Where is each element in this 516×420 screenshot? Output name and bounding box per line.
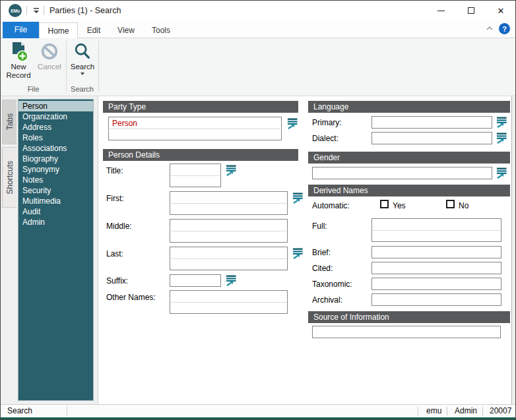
section-header-gender: Gender (308, 152, 510, 164)
taxonomic-input[interactable] (371, 278, 501, 290)
title-lookup-icon[interactable] (226, 165, 237, 176)
status-divider (447, 407, 447, 415)
module-tab-list: Person Organization Address Roles Associ… (18, 99, 94, 401)
window-title: Parties (1) - Search (49, 1, 121, 20)
sidebar-item-roles[interactable]: Roles (18, 133, 93, 143)
status-divider (418, 407, 418, 415)
cited-label: Cited: (312, 264, 333, 273)
new-record-label: New Record (2, 63, 35, 80)
status-divider (67, 407, 67, 415)
gender-input[interactable] (312, 167, 492, 179)
primary-input[interactable] (371, 116, 492, 129)
cancel-button[interactable]: Cancel (35, 40, 64, 85)
last-lookup-icon[interactable] (292, 248, 304, 259)
full-label: Full: (312, 222, 327, 231)
other-names-label: Other Names: (106, 293, 156, 302)
tab-home[interactable]: Home (39, 22, 78, 39)
tab-tools[interactable]: Tools (143, 22, 179, 38)
sidebar-item-admin[interactable]: Admin (18, 217, 93, 227)
party-type-value: Person (112, 118, 137, 129)
quick-access-dropdown-icon[interactable] (32, 7, 41, 15)
vertical-tab-tabs-label: Tabs (5, 113, 15, 130)
ribbon-tab-bar: File Home Edit View Tools ? (1, 20, 515, 38)
first-label: First: (106, 194, 124, 203)
titlebar-divider (44, 6, 44, 15)
status-divider (482, 407, 483, 415)
cited-input[interactable] (371, 262, 501, 274)
taxonomic-label: Taxonomic: (312, 280, 352, 289)
sidebar-item-biography[interactable]: Biography (18, 154, 93, 164)
source-input[interactable] (312, 326, 501, 338)
sidebar-item-organization[interactable]: Organization (18, 111, 93, 122)
minimize-button[interactable] (426, 1, 456, 20)
automatic-no-checkbox[interactable] (446, 200, 455, 208)
sidebar-item-multimedia[interactable]: Multimedia (18, 196, 93, 206)
dialect-input[interactable] (371, 132, 492, 144)
party-type-input[interactable]: Person (108, 117, 282, 140)
emu-logo-icon: EMu (9, 4, 22, 17)
group-divider (98, 41, 99, 92)
status-bar: Search emu Admin 20007 (1, 404, 515, 417)
first-lookup-icon[interactable] (292, 193, 304, 204)
suffix-lookup-icon[interactable] (226, 275, 237, 286)
title-input[interactable] (170, 164, 221, 187)
brief-label: Brief: (312, 248, 331, 257)
archival-input[interactable] (371, 293, 501, 306)
party-type-lookup-icon[interactable] (287, 118, 298, 129)
title-bar: EMu Parties (1) - Search ✕ (1, 1, 515, 20)
suffix-label: Suffix: (106, 276, 128, 285)
primary-lookup-icon[interactable] (496, 117, 507, 128)
dialect-lookup-icon[interactable] (496, 133, 507, 144)
sidebar-item-person[interactable]: Person (18, 101, 93, 111)
title-label: Title: (106, 166, 123, 175)
full-input[interactable] (371, 218, 501, 242)
tab-edit[interactable]: Edit (78, 22, 110, 38)
bottom-accent-strip (1, 417, 515, 420)
automatic-yes-label: Yes (393, 201, 406, 210)
status-user: emu (426, 405, 441, 417)
vertical-tab-tabs[interactable]: Tabs (2, 100, 16, 144)
status-port: 20007 (490, 405, 511, 417)
middle-label: Middle: (106, 222, 132, 231)
sidebar-item-associations[interactable]: Associations (18, 143, 93, 154)
vertical-tab-shortcuts-label: Shortcuts (5, 161, 15, 195)
suffix-input[interactable] (170, 274, 221, 287)
sidebar-item-synonymy[interactable]: Synonymy (18, 164, 93, 175)
search-icon (73, 40, 92, 63)
cancel-icon (40, 40, 59, 63)
group-divider (66, 41, 67, 92)
automatic-yes-checkbox[interactable] (380, 200, 389, 208)
first-input[interactable] (170, 191, 288, 215)
cancel-label: Cancel (35, 63, 64, 71)
main-area: Tabs Shortcuts Person Organization Addre… (1, 96, 515, 404)
middle-input[interactable] (170, 219, 288, 243)
sidebar-item-address[interactable]: Address (18, 122, 93, 133)
primary-label: Primary: (312, 118, 342, 127)
vertical-tab-shortcuts[interactable]: Shortcuts (2, 147, 16, 208)
group-label-search: Search (66, 85, 98, 94)
app-window: EMu Parties (1) - Search ✕ File Home Edi… (0, 0, 516, 420)
new-record-button[interactable]: New Record (2, 40, 35, 85)
maximize-button[interactable] (456, 1, 486, 20)
collapse-ribbon-icon[interactable] (486, 26, 493, 30)
section-header-derived-names: Derived Names (308, 185, 510, 196)
sidebar-item-audit[interactable]: Audit (18, 206, 93, 217)
status-group: Admin (455, 405, 477, 417)
section-header-source: Source of Information (308, 311, 510, 323)
brief-input[interactable] (371, 246, 501, 258)
help-button[interactable]: ? (499, 23, 510, 34)
search-form: Party Type Person Person Details Title: … (98, 96, 512, 404)
sidebar-item-notes[interactable]: Notes (18, 175, 93, 185)
status-mode: Search (7, 405, 32, 417)
search-button[interactable]: Search (68, 40, 97, 85)
search-dropdown-icon[interactable] (81, 73, 84, 75)
sidebar-item-security[interactable]: Security (18, 185, 93, 196)
tab-file[interactable]: File (3, 22, 39, 38)
tab-view[interactable]: View (110, 22, 143, 38)
section-header-language: Language (308, 101, 510, 113)
last-label: Last: (106, 249, 123, 258)
close-button[interactable]: ✕ (486, 1, 516, 20)
gender-lookup-icon[interactable] (496, 167, 507, 179)
other-names-input[interactable] (170, 290, 288, 314)
last-input[interactable] (170, 247, 288, 270)
